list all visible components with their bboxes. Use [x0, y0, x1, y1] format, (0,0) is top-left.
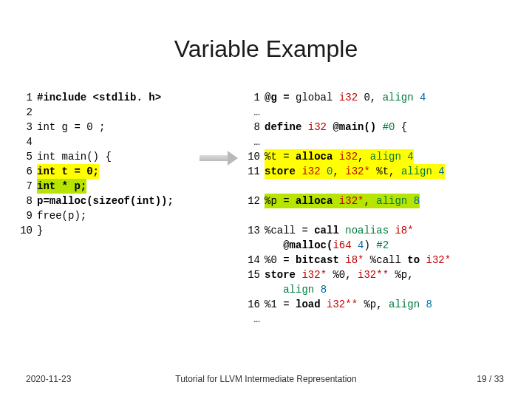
- footer-page: 19 / 33: [477, 374, 504, 384]
- arrow-icon: [200, 151, 239, 166]
- page-title: Variable Example: [0, 35, 532, 63]
- source-code-c: 1#include <stdlib. h>23int g = 0 ;45int …: [16, 90, 174, 238]
- footer-title: Tutorial for LLVM Intermediate Represent…: [0, 374, 532, 384]
- llvm-ir-code: 1@g = global i32 0, align 4…8define i32 …: [244, 90, 451, 327]
- slide: Variable Example 1#include <stdlib. h>23…: [0, 0, 532, 399]
